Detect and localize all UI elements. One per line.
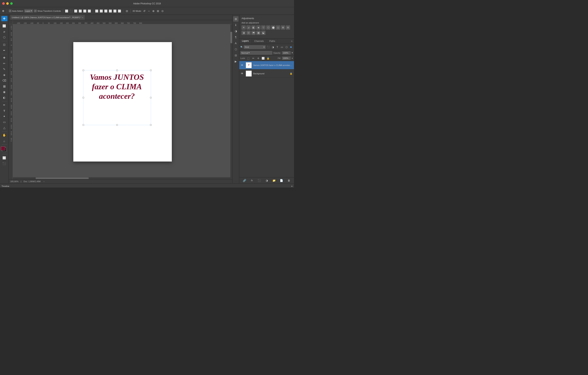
minimize-button[interactable] — [6, 2, 9, 5]
black-white-adj-icon[interactable]: ⬤ — [271, 25, 275, 30]
transform-handle-mr[interactable] — [150, 97, 152, 99]
threed-pan-icon[interactable]: ↔ — [147, 9, 151, 13]
color-lookup-adj-icon[interactable]: ⊟ — [286, 25, 290, 30]
color-swatches[interactable] — [1, 146, 8, 153]
opacity-input[interactable]: 100% — [282, 51, 291, 55]
gradient-map-adj-icon[interactable]: ▦ — [256, 31, 261, 35]
lasso-tool[interactable]: ⌀ — [1, 29, 7, 34]
brightness-adj-icon[interactable]: ☀ — [242, 25, 246, 30]
maximize-button[interactable] — [10, 2, 13, 5]
transform-controls-checkbox[interactable]: ✓ — [34, 10, 37, 12]
transform-handle-bc[interactable] — [116, 124, 118, 126]
new-group-btn[interactable]: 📁 — [272, 178, 276, 183]
new-layer-btn[interactable]: 📄 — [279, 178, 284, 183]
timeline-label[interactable]: Timeline — [1, 185, 9, 187]
distribute-center-h-icon[interactable]: ⬜ — [100, 9, 103, 13]
layer-item-background[interactable]: 👁 Background 🔒 — [239, 69, 294, 78]
photo-filter-adj-icon[interactable]: ◻ — [276, 25, 280, 30]
layer-dropdown[interactable]: Layer ▾ — [24, 9, 33, 12]
align-center-h-icon[interactable]: ⬛ — [70, 9, 73, 13]
foreground-color-swatch[interactable] — [1, 146, 5, 151]
layer-visibility-bg-icon[interactable]: 👁 — [241, 72, 244, 75]
lock-paint-btn[interactable]: ✏ — [251, 56, 255, 60]
fill-chevron[interactable]: ▾ — [292, 57, 293, 60]
text-tool[interactable]: T — [1, 108, 7, 113]
color-panel-btn[interactable]: ◑ — [233, 28, 239, 34]
zoom-tool[interactable]: ⌕ — [1, 138, 7, 143]
filter-text-icon[interactable]: T — [275, 45, 279, 49]
hue-sat-adj-icon[interactable]: ▽ — [261, 25, 265, 30]
filter-pixel-icon[interactable]: ⬛ — [266, 45, 270, 49]
posterize-adj-icon[interactable]: ⊡ — [246, 31, 251, 35]
curves-adj-icon[interactable]: ⊿ — [246, 25, 251, 30]
eraser-tool[interactable]: ⌫ — [1, 78, 7, 83]
doc-tab[interactable]: Untitled-1 @ 186% (Vamos JUNTOS fazer o … — [10, 15, 85, 20]
filter-shape-icon[interactable]: ▭ — [280, 45, 284, 49]
add-adjustment-btn[interactable]: ◑ — [265, 178, 269, 183]
transform-handle-tl[interactable] — [83, 70, 84, 71]
auto-select-checkbox[interactable]: ✓ — [9, 10, 11, 12]
fill-input[interactable]: 100% — [282, 57, 291, 60]
move-tool[interactable]: ✥ — [1, 16, 7, 21]
delete-layer-btn[interactable]: 🗑 — [287, 178, 291, 183]
align-center-v-icon[interactable]: ⬜ — [83, 9, 87, 13]
blur-tool[interactable]: ◉ — [1, 89, 7, 95]
quick-mask-tool[interactable]: ⬜ — [1, 155, 7, 161]
distribute-center-v-icon[interactable]: ⬜ — [113, 9, 117, 13]
path-select-tool[interactable]: ✦ — [1, 114, 7, 119]
quick-select-tool[interactable]: ⬡ — [1, 35, 7, 40]
move-tool-icon[interactable]: ✥ — [1, 9, 5, 13]
align-bottom-icon[interactable]: ⬜ — [88, 9, 91, 13]
close-button[interactable] — [2, 2, 5, 5]
scrollbar-vertical[interactable] — [230, 24, 232, 179]
crop-tool[interactable]: ⊡ — [1, 42, 7, 47]
layer-visibility-icon[interactable]: 👁 — [241, 64, 244, 67]
add-mask-btn[interactable]: ⬛ — [257, 178, 262, 183]
healing-brush-tool[interactable]: ✚ — [1, 55, 7, 60]
scrollbar-h-thumb[interactable] — [36, 177, 89, 179]
opacity-chevron[interactable]: ▾ — [292, 52, 293, 54]
tab-channels[interactable]: Channels — [252, 39, 267, 44]
forward-arrow-icon[interactable]: › — [43, 180, 44, 183]
filter-smart-icon[interactable]: ⬡ — [284, 45, 288, 49]
transform-handle-br[interactable] — [150, 124, 152, 126]
hand-tool[interactable]: ✋ — [1, 132, 7, 138]
libraries-panel-btn[interactable]: ⊟ — [233, 53, 239, 58]
arrange-icon[interactable]: ⊟ — [125, 9, 129, 13]
transform-handle-bl[interactable] — [83, 124, 84, 126]
rectangle-tool[interactable]: ▭ — [1, 120, 7, 125]
lock-transparent-btn[interactable]: ⬚ — [246, 56, 250, 60]
filter-toggle-icon[interactable]: ● — [289, 45, 293, 49]
align-left-icon[interactable]: ⬜ — [65, 9, 68, 13]
lock-position-btn[interactable]: ✛ — [256, 56, 260, 60]
marquee-tool[interactable]: ⬜ — [1, 23, 7, 29]
pen-tool[interactable]: ✒ — [1, 102, 7, 108]
distribute-bottom-icon[interactable]: ⬜ — [118, 9, 121, 13]
color-balance-adj-icon[interactable]: ⬡ — [266, 25, 270, 30]
selective-color-adj-icon[interactable]: ⬕ — [261, 31, 265, 35]
distribute-right-icon[interactable]: ⬜ — [104, 9, 108, 13]
threed-scale-icon[interactable]: ⊞ — [156, 9, 160, 13]
vibrance-adj-icon[interactable]: ◈ — [256, 25, 261, 30]
align-right-icon[interactable]: ⬜ — [74, 9, 77, 13]
threed-roll-icon[interactable]: ⊙ — [161, 9, 164, 13]
history-brush-tool[interactable]: ◈ — [1, 72, 7, 77]
scrollbar-horizontal[interactable] — [13, 177, 230, 179]
threshold-adj-icon[interactable]: ⬒ — [251, 31, 256, 35]
align-top-icon[interactable]: ⬜ — [79, 9, 82, 13]
scrollbar-v-thumb[interactable] — [230, 32, 232, 43]
blending-mode-dropdown[interactable]: Normal ▾ — [240, 51, 272, 55]
filter-adjustment-icon[interactable]: ◑ — [271, 45, 275, 49]
doc-tab-close[interactable]: × — [82, 16, 83, 19]
fx-btn[interactable]: fx — [250, 178, 254, 183]
eyedropper-tool[interactable]: ✒ — [1, 48, 7, 53]
screen-mode-tool[interactable]: ⬛ — [1, 161, 7, 166]
invert-adj-icon[interactable]: ◑ — [242, 31, 246, 35]
adjustments-panel-btn[interactable]: ⊙ — [233, 16, 239, 22]
layer-item-text[interactable]: 👁 T Vamos JUNTOS fazer o CLIMA acontecer… — [239, 61, 294, 69]
tab-paths[interactable]: Paths — [267, 39, 278, 44]
panel-menu-button[interactable]: ≡ — [289, 39, 294, 44]
threed-slide-icon[interactable]: ⊕ — [152, 9, 155, 13]
shape-tool[interactable]: △ — [1, 125, 7, 131]
properties-panel-btn[interactable]: ⬡ — [233, 47, 239, 52]
